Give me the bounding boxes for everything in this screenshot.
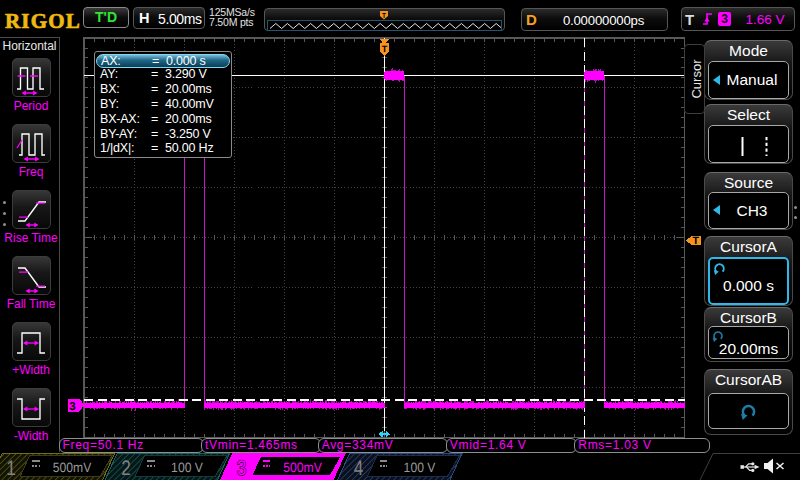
svg-text:500mV: 500mV bbox=[283, 460, 322, 475]
svg-text:3: 3 bbox=[69, 401, 75, 413]
svg-text:3: 3 bbox=[237, 457, 247, 480]
svg-text:1: 1 bbox=[6, 457, 16, 480]
svg-text:2: 2 bbox=[121, 457, 131, 480]
svg-text:T: T bbox=[382, 11, 386, 18]
svg-text:100 V: 100 V bbox=[404, 460, 436, 475]
svg-text:500mV: 500mV bbox=[53, 460, 92, 475]
svg-text:T: T bbox=[382, 44, 388, 54]
svg-text:100 V: 100 V bbox=[171, 460, 203, 475]
svg-text:4: 4 bbox=[354, 457, 364, 480]
svg-text:T: T bbox=[693, 235, 700, 247]
